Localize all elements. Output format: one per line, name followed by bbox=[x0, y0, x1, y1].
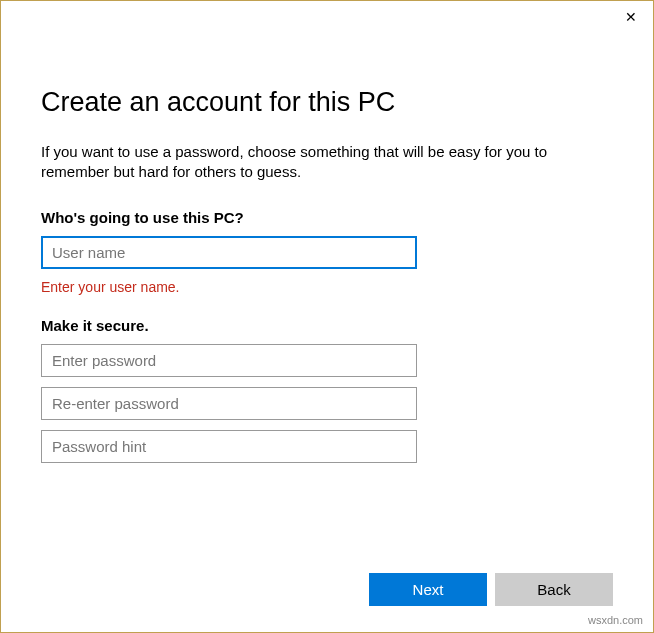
page-title: Create an account for this PC bbox=[41, 87, 613, 118]
button-row: Next Back bbox=[369, 573, 613, 606]
intro-text: If you want to use a password, choose so… bbox=[41, 142, 613, 183]
watermark-text: wsxdn.com bbox=[588, 614, 643, 626]
content-area: Create an account for this PC If you wan… bbox=[1, 33, 653, 463]
username-input[interactable] bbox=[41, 236, 417, 269]
password-hint-input[interactable] bbox=[41, 430, 417, 463]
password-input[interactable] bbox=[41, 344, 417, 377]
next-button[interactable]: Next bbox=[369, 573, 487, 606]
titlebar: ✕ bbox=[1, 1, 653, 33]
password-confirm-input[interactable] bbox=[41, 387, 417, 420]
password-section-label: Make it secure. bbox=[41, 317, 613, 334]
password-section: Make it secure. bbox=[41, 317, 613, 463]
username-section: Who's going to use this PC? Enter your u… bbox=[41, 209, 613, 295]
username-section-label: Who's going to use this PC? bbox=[41, 209, 613, 226]
username-error-text: Enter your user name. bbox=[41, 279, 613, 295]
back-button[interactable]: Back bbox=[495, 573, 613, 606]
close-button[interactable]: ✕ bbox=[621, 7, 641, 27]
